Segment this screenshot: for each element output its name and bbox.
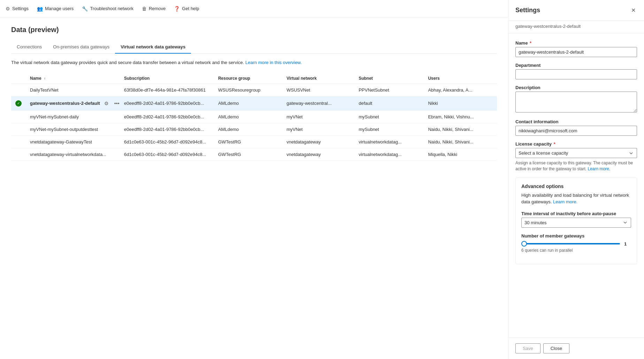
description-textarea[interactable] — [515, 92, 637, 112]
row-resource-group: AMLdemo — [214, 110, 282, 123]
advanced-desc: High availability and load balancing for… — [521, 192, 631, 205]
sort-icon: ↑ — [44, 77, 46, 80]
row-users: Nikki — [424, 96, 497, 110]
toolbar-item-label: Troubleshoot network — [90, 6, 133, 11]
remove-icon: 🗑 — [142, 6, 147, 11]
license-learn-more-link[interactable]: Learn more. — [588, 166, 610, 171]
toolbar-item-label: Settings — [12, 6, 29, 11]
data-table: Name ↑ Subscription Resource group Virtu… — [11, 73, 497, 161]
row-virtual-network: WSUSVNet — [282, 84, 354, 96]
right-panel: Settings ✕ gateway-westcentralus-2-defau… — [508, 0, 644, 359]
row-icon-cell-1: ✓ — [11, 96, 26, 110]
row-users: Naidu, Nikki, Shivani... — [424, 123, 497, 135]
license-hint: Assign a license capacity to this gatewa… — [515, 160, 637, 172]
contact-form-group: Contact information — [515, 119, 637, 136]
row-icon-cell-0 — [11, 84, 26, 96]
toolbar-item-troubleshoot-network[interactable]: 🔧Troubleshoot network — [82, 6, 133, 11]
col-users: Users — [424, 73, 497, 84]
row-subscription: e0eedff8-2d02-4a01-9786-92bb0e0cb... — [120, 110, 214, 123]
table-row[interactable]: myVNet-mySubnet-outputdestteste0eedff8-2… — [11, 123, 497, 135]
contact-input[interactable] — [515, 126, 637, 136]
panel-body: Name * Department Description Contact in… — [508, 33, 644, 337]
row-icon-cell-4 — [11, 135, 26, 148]
table-body: DailyTestVNet63f38d0e-df7e-464a-981e-47f… — [11, 84, 497, 161]
row-users: Ebram, Nikki, Vishnu... — [424, 110, 497, 123]
time-interval-select[interactable]: 10 minutes20 minutes30 minutes60 minutes… — [521, 218, 631, 228]
name-label: Name * — [515, 40, 637, 46]
tab-connections[interactable]: Connections — [11, 41, 47, 54]
department-form-group: Department — [515, 63, 637, 79]
license-label: License capacity * — [515, 141, 637, 147]
table-row[interactable]: vnetdatagateway-GatewayTest6d1c0e63-001c… — [11, 135, 497, 148]
license-capacity-select[interactable]: Select a license capacity — [515, 148, 637, 158]
table-header-row: Name ↑ Subscription Resource group Virtu… — [11, 73, 497, 84]
panel-subtitle: gateway-westcentralus-2-default — [508, 21, 644, 33]
row-resource-group: WSUSResouregroup — [214, 84, 282, 96]
member-gateways-form-group: Number of member gateways 1 6 queries ca… — [521, 233, 631, 253]
save-button[interactable]: Save — [515, 343, 540, 353]
row-virtual-network: myVNet — [282, 123, 354, 135]
description-text: The virtual network data gateway provide… — [11, 59, 497, 66]
row-icon-cell-2 — [11, 110, 26, 123]
row-settings-btn[interactable]: ⚙ — [103, 100, 110, 107]
member-gateways-slider[interactable] — [521, 243, 620, 244]
page-title: Data (preview) — [11, 26, 497, 34]
contact-label: Contact information — [515, 119, 637, 124]
slider-value: 1 — [624, 241, 631, 247]
advanced-learn-more-link[interactable]: Learn more. — [553, 199, 577, 204]
toolbar-item-manage-users[interactable]: 👥Manage users — [37, 6, 74, 11]
table-row[interactable]: ✓ gateway-westcentralus-2-default ⚙ ••• … — [11, 96, 497, 110]
row-actions: gateway-westcentralus-2-default ⚙ ••• — [30, 100, 116, 107]
row-subnet: virtualnetworkdatag... — [354, 135, 424, 148]
main-content: ⚙Settings👥Manage users🔧Troubleshoot netw… — [0, 0, 508, 359]
toolbar-item-get-help[interactable]: ❓Get help — [174, 6, 199, 11]
col-resource-group: Resource group — [214, 73, 282, 84]
row-name: gateway-westcentralus-2-default ⚙ ••• — [26, 96, 120, 110]
description-form-group: Description — [515, 85, 637, 114]
toolbar-item-settings[interactable]: ⚙Settings — [6, 6, 29, 11]
panel-close-button[interactable]: ✕ — [630, 6, 637, 15]
slider-hint: 6 queries can run in parallel — [521, 248, 631, 253]
row-subnet: default — [354, 96, 424, 110]
department-label: Department — [515, 63, 637, 68]
tab-on-premises[interactable]: On-premises data gateways — [47, 41, 115, 54]
row-more-btn[interactable]: ••• — [113, 100, 120, 107]
row-users: Abhay, Alexandra, A... — [424, 84, 497, 96]
tab-virtual-network[interactable]: Virtual network data gateways — [115, 41, 191, 54]
page-content: Data (preview) ConnectionsOn-premises da… — [0, 17, 508, 359]
get-help-icon: ❓ — [174, 6, 180, 11]
row-resource-group: AMLdemo — [214, 123, 282, 135]
row-users: Naidu, Nikki, Shivani... — [424, 135, 497, 148]
table-row[interactable]: DailyTestVNet63f38d0e-df7e-464a-981e-47f… — [11, 84, 497, 96]
learn-more-link[interactable]: Learn more in this overview. — [245, 60, 302, 65]
row-name: myVNet-mySubnet-outputdesttest — [26, 123, 120, 135]
name-form-group: Name * — [515, 40, 637, 57]
row-virtual-network: gateway-westcentral... — [282, 96, 354, 110]
panel-title: Settings — [515, 7, 540, 14]
row-name: DailyTestVNet — [26, 84, 120, 96]
member-gateways-label: Number of member gateways — [521, 233, 631, 239]
row-virtual-network: vnetdatagateway — [282, 148, 354, 161]
col-subscription: Subscription — [120, 73, 214, 84]
toolbar-item-remove[interactable]: 🗑Remove — [142, 6, 166, 11]
tabs: ConnectionsOn-premises data gatewaysVirt… — [11, 41, 497, 54]
row-subnet: mySubnet — [354, 123, 424, 135]
name-input[interactable] — [515, 47, 637, 57]
toolbar: ⚙Settings👥Manage users🔧Troubleshoot netw… — [0, 0, 508, 17]
name-required: * — [530, 40, 531, 46]
license-required: * — [554, 141, 555, 147]
close-button[interactable]: Close — [543, 343, 569, 353]
row-subnet: virtualnetworkdatag... — [354, 148, 424, 161]
toolbar-item-label: Manage users — [45, 6, 74, 11]
col-subnet: Subnet — [354, 73, 424, 84]
row-virtual-network: vnetdatagateway — [282, 135, 354, 148]
department-input[interactable] — [515, 69, 637, 79]
row-icon-cell-5 — [11, 148, 26, 161]
row-users: Miquella, Nikki — [424, 148, 497, 161]
table-row[interactable]: vnetdatagateway-virtualnetworkdata...6d1… — [11, 148, 497, 161]
table-row[interactable]: myVNet-mySubnet-dailye0eedff8-2d02-4a01-… — [11, 110, 497, 123]
row-subscription: 6d1c0e63-001c-45b2-96d7-d092e94c8... — [120, 135, 214, 148]
settings-icon: ⚙ — [6, 6, 10, 11]
row-subscription: 63f38d0e-df7e-464a-981e-47fa78f30861 — [120, 84, 214, 96]
time-interval-label: Time interval of inactivity before auto-… — [521, 211, 631, 216]
